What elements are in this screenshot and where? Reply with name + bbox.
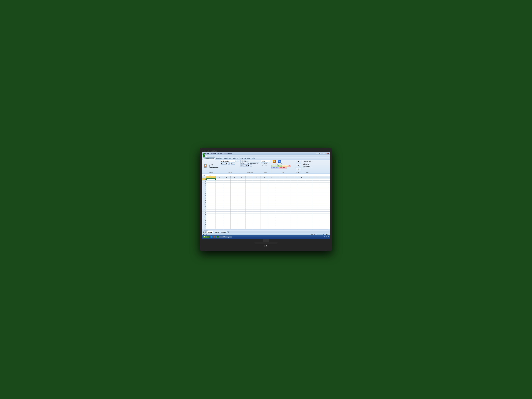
format-cell-button[interactable]: ⚙ Format <box>296 168 301 172</box>
formula-input[interactable] <box>211 174 329 176</box>
cell[interactable] <box>298 216 305 218</box>
cell[interactable] <box>253 187 260 189</box>
cell[interactable] <box>260 226 268 228</box>
cell[interactable] <box>328 193 330 195</box>
cell[interactable] <box>253 193 260 195</box>
align-left-button[interactable]: ◧ <box>245 165 247 166</box>
scroll-track[interactable] <box>204 230 328 231</box>
cell[interactable] <box>231 181 238 183</box>
cell[interactable] <box>260 185 268 187</box>
number-format-select[interactable]: Ogólne <box>261 160 270 162</box>
cell[interactable] <box>238 214 246 215</box>
cell[interactable] <box>268 205 275 207</box>
cell[interactable] <box>253 199 260 201</box>
cell[interactable] <box>231 212 238 214</box>
cell[interactable] <box>298 203 305 205</box>
col-header-m[interactable]: M <box>298 176 305 178</box>
cell[interactable] <box>320 189 328 191</box>
cell[interactable] <box>320 183 328 184</box>
align-bottom-button[interactable]: ⊥ <box>245 162 247 164</box>
cell[interactable] <box>275 208 283 209</box>
cell[interactable] <box>290 185 298 187</box>
cell[interactable] <box>268 178 275 180</box>
cell[interactable] <box>313 185 320 187</box>
cell[interactable] <box>313 195 320 197</box>
cell[interactable] <box>313 214 320 215</box>
cell[interactable] <box>275 220 283 222</box>
cell[interactable] <box>268 216 275 218</box>
col-header-j[interactable]: J <box>275 176 283 178</box>
cell[interactable] <box>206 209 215 211</box>
view-pagebreak-button[interactable]: ▧ <box>314 233 315 235</box>
col-header-d[interactable]: D <box>231 176 238 178</box>
cell[interactable] <box>206 222 215 224</box>
cell[interactable] <box>328 212 330 214</box>
cell[interactable] <box>275 195 283 197</box>
row-number[interactable]: 15 <box>202 208 206 209</box>
col-header-i[interactable]: I <box>268 176 275 178</box>
cell[interactable] <box>246 222 253 224</box>
col-header-q[interactable]: Q <box>328 176 330 178</box>
cell[interactable] <box>253 191 260 193</box>
cell[interactable] <box>231 195 238 197</box>
font-color-button[interactable]: A <box>233 162 235 165</box>
cell[interactable] <box>320 222 328 224</box>
cell[interactable] <box>313 193 320 195</box>
cell[interactable] <box>283 208 290 209</box>
cell[interactable] <box>206 187 215 189</box>
col-header-n[interactable]: N <box>305 176 313 178</box>
cell[interactable] <box>320 209 328 211</box>
row-number[interactable]: 7 <box>202 191 206 193</box>
cell[interactable] <box>298 205 305 207</box>
row-number[interactable]: 1 <box>202 178 206 180</box>
tab-data[interactable]: Dane <box>239 157 244 160</box>
cell[interactable] <box>206 216 215 218</box>
row-number[interactable]: 14 <box>202 205 206 207</box>
cell[interactable] <box>253 197 260 199</box>
cell[interactable] <box>290 209 298 211</box>
cell[interactable] <box>246 203 253 205</box>
cell[interactable] <box>313 208 320 209</box>
font-size-select[interactable]: 11 <box>231 160 235 162</box>
cell[interactable] <box>290 183 298 184</box>
cell[interactable] <box>215 183 223 184</box>
cell[interactable] <box>290 218 298 220</box>
cell[interactable] <box>268 224 275 226</box>
cell[interactable] <box>275 191 283 193</box>
cell[interactable] <box>215 185 223 187</box>
cell[interactable] <box>298 218 305 220</box>
cell[interactable] <box>313 205 320 207</box>
row-number[interactable]: 17 <box>202 212 206 214</box>
tab-page-layout[interactable]: Układ strony <box>223 157 232 160</box>
cell[interactable] <box>328 181 330 183</box>
cell[interactable] <box>215 195 223 197</box>
cell[interactable] <box>260 205 268 207</box>
cell[interactable] <box>275 228 283 229</box>
cell[interactable] <box>246 205 253 207</box>
cell[interactable] <box>305 226 313 228</box>
cell[interactable] <box>328 218 330 220</box>
cell[interactable] <box>246 183 253 184</box>
horizontal-scrollbar[interactable]: ◀ ▶ <box>202 229 330 231</box>
cell[interactable] <box>305 191 313 193</box>
cell[interactable] <box>223 193 231 195</box>
cell[interactable] <box>320 197 328 199</box>
font-shrink-button[interactable]: a <box>237 160 239 162</box>
cell[interactable] <box>215 226 223 228</box>
cell[interactable] <box>238 212 246 214</box>
cell[interactable] <box>283 216 290 218</box>
cell[interactable] <box>246 214 253 215</box>
cell[interactable] <box>283 228 290 229</box>
cell[interactable] <box>231 201 238 203</box>
cell[interactable] <box>268 195 275 197</box>
cell[interactable] <box>206 212 215 214</box>
cell[interactable] <box>260 218 268 220</box>
cell[interactable] <box>253 189 260 191</box>
cell[interactable] <box>206 193 215 195</box>
cell[interactable] <box>313 189 320 191</box>
row-number[interactable]: 8 <box>202 193 206 195</box>
tab-review[interactable]: Recenzja <box>244 157 251 160</box>
cell[interactable] <box>298 178 305 180</box>
cell[interactable] <box>215 212 223 214</box>
cell[interactable] <box>253 185 260 187</box>
